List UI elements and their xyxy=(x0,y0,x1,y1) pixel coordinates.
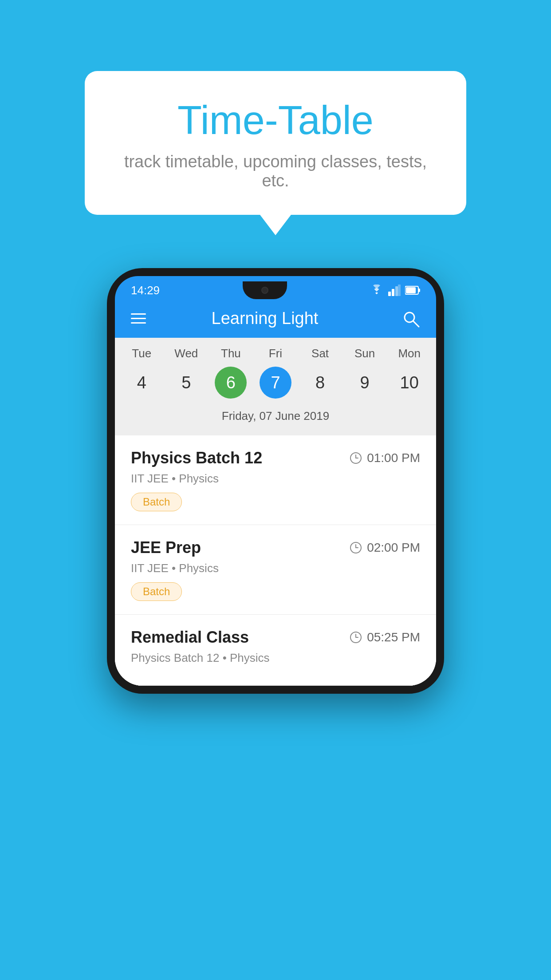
day-number-5[interactable]: 5 xyxy=(170,367,202,399)
schedule-time-text-1: 02:00 PM xyxy=(367,541,420,555)
svg-rect-2 xyxy=(395,286,398,296)
hamburger-line-2 xyxy=(131,318,146,319)
signal-icon xyxy=(388,285,401,296)
day-number-4[interactable]: 4 xyxy=(126,367,157,399)
schedule-time-text-2: 05:25 PM xyxy=(367,630,420,644)
schedule-item-header-0: Physics Batch 12 01:00 PM xyxy=(131,449,420,467)
schedule-item-header-2: Remedial Class 05:25 PM xyxy=(131,628,420,647)
speech-bubble: Time-Table track timetable, upcoming cla… xyxy=(85,71,466,215)
day-number-10[interactable]: 10 xyxy=(394,367,425,399)
schedule-list: Physics Batch 12 01:00 PM IIT JEE • Phys… xyxy=(115,435,436,686)
schedule-item-0[interactable]: Physics Batch 12 01:00 PM IIT JEE • Phys… xyxy=(115,435,436,525)
day-header-fri: Fri xyxy=(253,347,298,360)
battery-icon xyxy=(405,285,420,295)
schedule-item-1[interactable]: JEE Prep 02:00 PM IIT JEE • Physics Batc… xyxy=(115,525,436,615)
schedule-time-0: 01:00 PM xyxy=(349,451,420,465)
status-time: 14:29 xyxy=(131,284,160,297)
status-icons xyxy=(370,285,420,296)
svg-line-8 xyxy=(413,321,419,327)
phone-mockup: 14:29 xyxy=(107,268,444,694)
day-header-tue: Tue xyxy=(119,347,164,360)
schedule-title-1: JEE Prep xyxy=(131,538,201,557)
day-numbers: 45678910 xyxy=(119,367,432,399)
schedule-time-2: 05:25 PM xyxy=(349,630,420,644)
day-number-9[interactable]: 9 xyxy=(349,367,381,399)
day-headers: TueWedThuFriSatSunMon xyxy=(119,347,432,360)
phone-frame: 14:29 xyxy=(107,268,444,694)
notch xyxy=(243,281,287,299)
schedule-item-header-1: JEE Prep 02:00 PM xyxy=(131,538,420,557)
schedule-subtitle-0: IIT JEE • Physics xyxy=(131,472,420,486)
schedule-item-2[interactable]: Remedial Class 05:25 PM Physics Batch 12… xyxy=(115,615,436,686)
schedule-subtitle-1: IIT JEE • Physics xyxy=(131,561,420,575)
calendar-strip: TueWedThuFriSatSunMon 45678910 Friday, 0… xyxy=(115,338,436,435)
phone-screen: Learning Light TueWedThuFriSatSunMon 456… xyxy=(115,299,436,686)
hamburger-menu[interactable] xyxy=(131,313,146,324)
day-header-sat: Sat xyxy=(298,347,342,360)
hero-subtitle: track timetable, upcoming classes, tests… xyxy=(120,152,431,190)
day-header-wed: Wed xyxy=(164,347,209,360)
day-number-7[interactable]: 7 xyxy=(260,367,291,399)
schedule-title-0: Physics Batch 12 xyxy=(131,449,262,467)
hero-section: Time-Table track timetable, upcoming cla… xyxy=(85,71,466,215)
day-number-6[interactable]: 6 xyxy=(215,367,247,399)
svg-point-7 xyxy=(405,312,414,322)
clock-icon-1 xyxy=(349,541,362,554)
search-icon[interactable] xyxy=(401,309,420,328)
hero-title: Time-Table xyxy=(120,98,431,143)
selected-date: Friday, 07 June 2019 xyxy=(119,405,432,431)
svg-rect-3 xyxy=(398,285,401,296)
batch-tag-1: Batch xyxy=(131,582,182,601)
wifi-icon xyxy=(370,285,384,296)
day-number-8[interactable]: 8 xyxy=(304,367,336,399)
status-bar: 14:29 xyxy=(115,276,436,299)
clock-icon-0 xyxy=(349,451,362,465)
day-header-sun: Sun xyxy=(342,347,387,360)
svg-rect-5 xyxy=(406,287,416,293)
day-header-thu: Thu xyxy=(209,347,253,360)
schedule-time-1: 02:00 PM xyxy=(349,541,420,555)
schedule-title-2: Remedial Class xyxy=(131,628,249,647)
svg-rect-6 xyxy=(418,288,420,292)
schedule-subtitle-2: Physics Batch 12 • Physics xyxy=(131,651,420,665)
app-header: Learning Light xyxy=(115,299,436,338)
svg-rect-0 xyxy=(388,292,391,296)
hamburger-line-3 xyxy=(131,322,146,324)
app-title: Learning Light xyxy=(146,309,384,328)
schedule-time-text-0: 01:00 PM xyxy=(367,451,420,465)
svg-rect-1 xyxy=(392,289,394,296)
day-header-mon: Mon xyxy=(387,347,432,360)
camera xyxy=(261,287,268,294)
hamburger-line-1 xyxy=(131,313,146,315)
clock-icon-2 xyxy=(349,631,362,644)
batch-tag-0: Batch xyxy=(131,493,182,511)
